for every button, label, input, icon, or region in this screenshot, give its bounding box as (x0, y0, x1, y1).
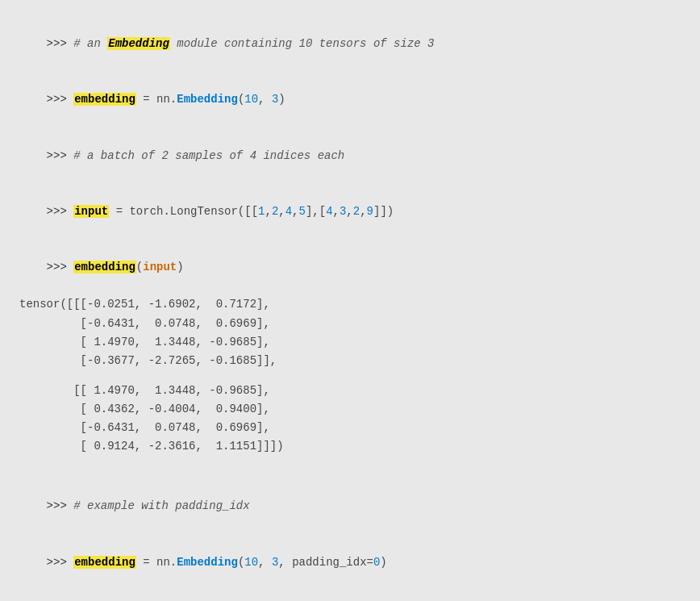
output-line-3: [ 1.4970, 1.3448, -0.9685], (19, 333, 681, 352)
output-line-7: [-0.6431, 0.0748, 0.6969], (19, 419, 681, 437)
highlight-embedding-1: Embedding (107, 37, 170, 50)
output-line-4: [-0.3677, -2.7265, -0.1685]], (19, 352, 681, 370)
output-line-5: [[ 1.4970, 1.3448, -0.9685], (19, 382, 681, 400)
line-8: >>> input = torch.LongTensor([[0,2,0,5]]… (19, 591, 681, 601)
output-line-8: [ 0.9124, -2.3616, 1.1151]]]) (19, 437, 681, 456)
line-2: >>> embedding = nn.Embedding(10, 3) (19, 72, 681, 127)
spacer-large (19, 456, 681, 478)
line-7: >>> embedding = nn.Embedding(10, 3, padd… (19, 534, 681, 590)
line-5: >>> embedding(input) (19, 240, 681, 295)
output-line-1: tensor([[[-0.0251, -1.6902, 0.7172], (19, 295, 681, 314)
line-1: >>> # an Embedding module containing 10 … (19, 16, 681, 72)
highlight-embedding-4: embedding (73, 556, 136, 569)
line-4: >>> input = torch.LongTensor([[1,2,4,5],… (19, 184, 681, 240)
line-3: >>> # a batch of 2 samples of 4 indices … (19, 128, 681, 184)
highlight-input-1: input (73, 205, 109, 218)
output-line-6: [ 0.4362, -0.4004, 0.9400], (19, 400, 681, 419)
output-line-2: [-0.6431, 0.0748, 0.6969], (19, 315, 681, 333)
code-block: >>> # an Embedding module containing 10 … (0, 0, 700, 601)
line-6: >>> # example with padding_idx (19, 478, 681, 534)
highlight-embedding-3: embedding (73, 261, 136, 273)
highlight-embedding-2: embedding (73, 93, 136, 106)
spacer-1 (19, 370, 681, 382)
